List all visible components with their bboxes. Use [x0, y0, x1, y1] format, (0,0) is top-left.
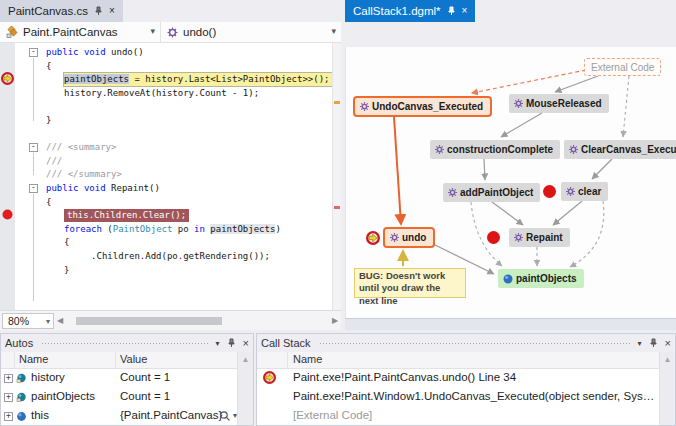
graph-scroll-strip[interactable]	[345, 318, 676, 330]
method-icon	[390, 233, 399, 242]
graph-node-undo[interactable]: undo	[383, 227, 435, 248]
breakpoint-icon[interactable]	[543, 185, 556, 198]
method-name: undo()	[183, 26, 216, 38]
callstack-scrollbar[interactable]: ▲	[659, 352, 675, 425]
graph-node-undocanvas-executed[interactable]: UndoCanvas_Executed	[353, 96, 492, 117]
callstack-column-header[interactable]: Name	[257, 352, 675, 369]
code-text: ///	[46, 155, 62, 168]
class-dropdown[interactable]: Paint.PaintCanvas ▾	[0, 22, 161, 42]
column-name[interactable]: Name	[19, 353, 48, 365]
close-icon[interactable]: ×	[243, 337, 249, 349]
code-text: public void Repaint()	[46, 182, 160, 195]
window-menu-icon[interactable]: ▾	[638, 339, 642, 348]
h-scrollbar-thumb[interactable]	[76, 317, 222, 325]
expand-icon[interactable]: +	[4, 374, 13, 383]
class-icon	[6, 26, 18, 38]
member-dropdown[interactable]: undo() ▾	[161, 22, 341, 42]
fold-marker[interactable]: -	[29, 48, 38, 57]
code-line: {	[0, 196, 332, 210]
expand-icon[interactable]: +	[4, 412, 13, 421]
frame-text: Paint.exe!Paint.PaintCanvas.undo() Line …	[293, 371, 516, 383]
magnifier-icon[interactable]	[219, 410, 231, 422]
callstack-row[interactable]: Paint.exe!Paint.Window1.UndoCanvas_Execu…	[257, 388, 659, 407]
code-text: {	[46, 196, 51, 209]
pin-icon[interactable]	[649, 338, 658, 348]
column-value[interactable]: Value	[120, 353, 147, 365]
chevron-down-icon: ▾	[331, 26, 336, 36]
callstack-row-current[interactable]: Paint.exe!Paint.PaintCanvas.undo() Line …	[257, 369, 659, 388]
graph-annotation-bug-note[interactable]: BUG: Doesn't work until you draw the nex…	[354, 268, 466, 298]
pin-icon[interactable]	[94, 6, 103, 16]
method-icon	[448, 188, 457, 197]
scroll-left-button[interactable]: ◀	[54, 316, 66, 325]
code-line	[0, 128, 332, 142]
fold-marker[interactable]: -	[29, 143, 38, 152]
var-value: {Paint.PaintCanvas}	[120, 409, 222, 421]
close-icon[interactable]: ×	[665, 337, 671, 349]
autos-row-paintobjects[interactable]: + paintObjects Count = 1	[1, 388, 237, 407]
current-statement-icon[interactable]	[1, 72, 14, 85]
graph-node-addpaintobject[interactable]: addPaintObject	[443, 183, 540, 202]
code-editor[interactable]: -public void undo(){paintObjects = histo…	[0, 43, 332, 310]
var-value: Count = 1	[120, 371, 170, 383]
code-text: {	[46, 60, 51, 73]
autos-row-history[interactable]: + history Count = 1	[1, 369, 237, 388]
callstack-header[interactable]: Call Stack ▾ ×	[257, 334, 675, 352]
graph-node-paintobjects[interactable]: paintObjects	[498, 269, 584, 288]
breakpoint-icon[interactable]	[2, 209, 13, 220]
current-statement-icon	[366, 231, 380, 245]
code-line: history.RemoveAt(history.Count - 1);	[0, 87, 332, 101]
zoom-value: 80%	[8, 315, 29, 327]
scroll-up-icon[interactable]: ▲	[242, 355, 250, 364]
drag-grip[interactable]	[319, 341, 630, 346]
method-icon	[566, 187, 575, 196]
dgml-graph-canvas[interactable]: External Code UndoCanvas_Executed MouseR…	[345, 47, 676, 318]
code-line: this.Children.Clear();	[0, 209, 332, 223]
fold-marker[interactable]: -	[29, 184, 38, 193]
tab-paintcanvas[interactable]: PaintCanvas.cs ×	[0, 0, 123, 22]
current-frame-icon	[263, 371, 276, 384]
scroll-right-button[interactable]: ▶	[329, 316, 341, 325]
code-text: .Children.Add(po.getRendering());	[64, 250, 270, 263]
graph-node-clear[interactable]: clear	[561, 182, 608, 201]
breakpoint-icon[interactable]	[487, 231, 500, 244]
method-icon	[514, 99, 523, 108]
graph-node-external-code[interactable]: External Code	[584, 58, 661, 76]
h-scrollbar[interactable]	[66, 315, 329, 327]
autos-scrollbar[interactable]: ▲	[237, 352, 253, 425]
method-icon	[167, 27, 178, 38]
close-icon[interactable]: ×	[109, 6, 115, 16]
column-name[interactable]: Name	[293, 353, 322, 365]
close-icon[interactable]: ×	[462, 6, 468, 16]
tab-callstack-dgml[interactable]: CallStack1.dgml* ×	[345, 0, 475, 22]
drag-grip[interactable]	[41, 341, 207, 346]
graph-node-repaint[interactable]: Repaint	[509, 228, 570, 247]
zoom-select[interactable]: 80% ▾	[2, 313, 54, 329]
panel-title: Autos	[5, 337, 33, 349]
right-tab-strip: CallStack1.dgml* ×	[345, 0, 676, 22]
graph-node-clearcanvas-executed[interactable]: ClearCanvas_Executed	[564, 140, 676, 159]
editor-scrollbar[interactable]	[332, 43, 341, 310]
var-value: Count = 1	[120, 390, 170, 402]
expand-icon[interactable]: +	[4, 393, 13, 402]
code-line: {	[0, 236, 332, 250]
autos-header[interactable]: Autos ▾ ×	[1, 334, 253, 352]
pin-icon[interactable]	[227, 338, 236, 348]
graph-node-mousereleased[interactable]: MouseReleased	[509, 94, 609, 113]
graph-node-constructioncomplete[interactable]: constructionComplete	[430, 140, 560, 159]
code-line: paintObjects = history.Last<List>PaintOb…	[0, 73, 332, 87]
callstack-row-external[interactable]: [External Code]	[257, 407, 659, 426]
method-icon	[514, 233, 523, 242]
code-text: {	[64, 236, 69, 249]
code-lines: -public void undo(){paintObjects = histo…	[0, 43, 332, 310]
scroll-up-icon[interactable]: ▲	[664, 355, 672, 364]
code-text: public void undo()	[46, 46, 144, 59]
code-text: /// </summary>	[46, 168, 122, 181]
editor-zoom-bar: 80% ▾ ◀ ▶	[0, 310, 341, 330]
code-line: -/// <summary>	[0, 141, 332, 155]
autos-row-this[interactable]: + this {Paint.PaintCanvas} ▾	[1, 407, 237, 426]
field-icon	[16, 373, 27, 384]
window-menu-icon[interactable]: ▾	[216, 339, 220, 348]
pin-icon[interactable]	[447, 6, 456, 16]
autos-column-header[interactable]: Name Value	[1, 352, 253, 369]
